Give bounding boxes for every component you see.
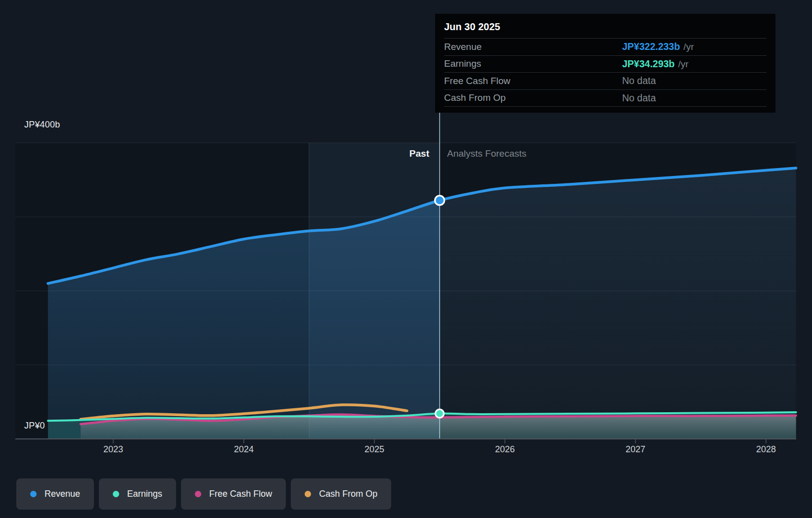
tooltip-row-unit: /yr <box>678 59 688 69</box>
hover-tooltip: Jun 30 2025 RevenueJP¥322.233b/yrEarning… <box>435 14 775 113</box>
legend-color-dot <box>113 491 119 497</box>
tooltip-row-label: Cash From Op <box>444 92 506 103</box>
tooltip-row-earnings: EarningsJP¥34.293b/yr <box>444 55 767 73</box>
y-axis-label-0: JP¥0 <box>24 421 45 431</box>
forecast-zone-label: Analysts Forecasts <box>447 148 527 159</box>
legend-item-label: Revenue <box>45 489 80 499</box>
tooltip-row-value: No data <box>622 92 656 104</box>
chart-canvas: JP¥400b JP¥0 Past Analysts Forecasts 202… <box>0 0 812 518</box>
legend-color-dot <box>30 491 37 497</box>
tooltip-row-label: Earnings <box>444 58 481 69</box>
x-tick-label-2026: 2026 <box>483 444 527 455</box>
earnings-marker-dot <box>436 409 444 418</box>
x-tick-label-2027: 2027 <box>613 444 658 455</box>
legend-item-cash-from-op[interactable]: Cash From Op <box>291 478 391 510</box>
tooltip-row-free-cash-flow: Free Cash FlowNo data <box>444 72 767 89</box>
legend-item-earnings[interactable]: Earnings <box>99 478 176 510</box>
revenue-marker-dot <box>435 196 445 205</box>
legend-color-dot <box>305 491 311 497</box>
x-tick-label-2025: 2025 <box>352 444 397 455</box>
tooltip-bottom-divider <box>444 106 767 107</box>
legend-item-label: Earnings <box>127 489 162 499</box>
x-tick-label-2023: 2023 <box>91 444 135 455</box>
tooltip-row-cash-from-op: Cash From OpNo data <box>444 89 767 107</box>
legend-item-revenue[interactable]: Revenue <box>16 478 94 510</box>
legend-item-label: Free Cash Flow <box>209 489 272 499</box>
tooltip-row-value: JP¥322.233b/yr <box>622 41 694 52</box>
x-tick-label-2028: 2028 <box>744 444 788 455</box>
legend-item-label: Cash From Op <box>319 489 377 499</box>
y-axis-label-400b: JP¥400b <box>24 120 60 130</box>
revenue-area-forecast <box>440 168 796 439</box>
tooltip-row-value: JP¥34.293b/yr <box>622 58 688 70</box>
tooltip-row-value: No data <box>622 75 656 86</box>
chart-legend: RevenueEarningsFree Cash FlowCash From O… <box>16 478 391 510</box>
tooltip-row-revenue: RevenueJP¥322.233b/yr <box>444 38 767 55</box>
legend-item-free-cash-flow[interactable]: Free Cash Flow <box>181 478 286 510</box>
legend-color-dot <box>195 491 201 497</box>
tooltip-row-label: Free Cash Flow <box>444 76 510 86</box>
tooltip-row-label: Revenue <box>444 42 482 52</box>
tooltip-row-unit: /yr <box>683 42 694 52</box>
past-zone-label: Past <box>330 148 429 159</box>
tooltip-date: Jun 30 2025 <box>444 14 767 38</box>
x-tick-label-2024: 2024 <box>222 444 266 455</box>
